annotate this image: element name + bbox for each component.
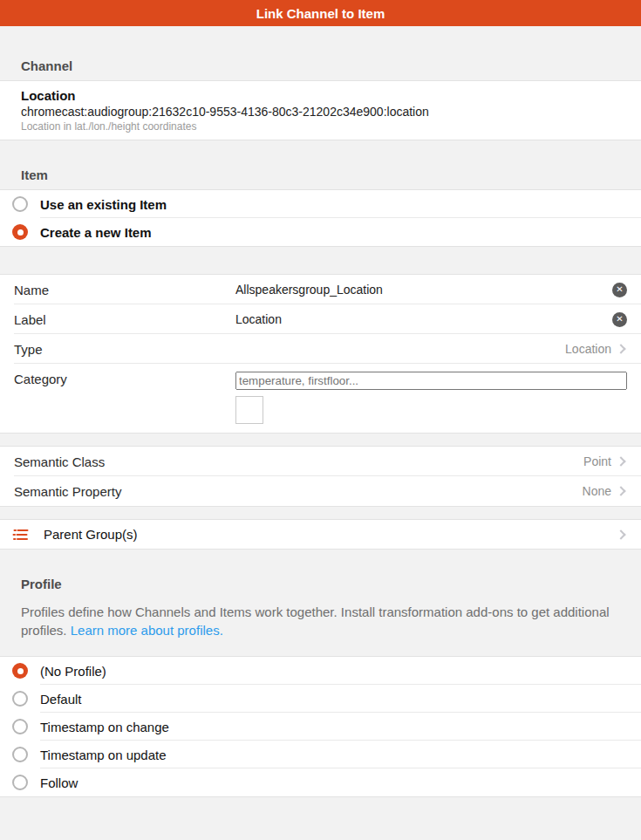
chevron-right-icon	[616, 344, 625, 353]
category-field-row: Category	[0, 364, 641, 433]
radio-option-existing-item[interactable]: Use an existing Item	[0, 190, 641, 218]
channel-description: Location in lat./lon./height coordinates	[21, 120, 620, 133]
semantic-class-row[interactable]: Semantic Class Point	[0, 447, 641, 476]
semantic-class-value: Point	[583, 454, 611, 468]
parent-groups-label: Parent Group(s)	[44, 527, 138, 542]
profile-option-label: Timestamp on change	[40, 720, 169, 734]
radio-option-label: Create a new Item	[40, 225, 152, 240]
chevron-right-icon	[616, 456, 625, 466]
profile-option-label: Timestamp on update	[40, 748, 167, 762]
type-selected-value: Location	[565, 342, 611, 356]
clear-label-icon[interactable]: ✕	[612, 312, 627, 327]
profile-options-card: (No Profile) Default Timestamp on change…	[0, 656, 641, 797]
name-field-label: Name	[14, 283, 235, 297]
channel-uid: chromecast:audiogroup:21632c10-9553-4136…	[21, 104, 620, 120]
channel-name: Location	[21, 87, 620, 104]
profile-section-title: Profile	[21, 577, 620, 591]
profile-option-label: Default	[40, 692, 82, 707]
learn-more-link[interactable]: Learn more about profiles.	[71, 623, 223, 638]
page-title: Link Channel to Item	[256, 6, 385, 21]
semantic-property-row[interactable]: Semantic Property None	[0, 476, 641, 506]
parent-groups-row[interactable]: Parent Group(s)	[0, 520, 641, 549]
semantic-property-value: None	[583, 484, 611, 498]
item-section-title: Item	[21, 167, 620, 182]
profile-option-timestamp-change[interactable]: Timestamp on change	[0, 713, 641, 741]
label-field-row: Label ✕	[0, 304, 641, 334]
label-field-label: Label	[14, 312, 235, 327]
list-icon	[12, 526, 30, 543]
parent-groups-card: Parent Group(s)	[0, 519, 641, 550]
type-field-row[interactable]: Type Location	[0, 334, 641, 364]
item-form-card: Name ✕ Label ✕ Type Location Category	[0, 274, 641, 434]
radio-icon[interactable]	[12, 196, 28, 212]
channel-section-title: Channel	[21, 58, 620, 73]
radio-option-create-item[interactable]: Create a new Item	[0, 218, 641, 246]
radio-icon-checked[interactable]	[12, 224, 28, 240]
channel-card: Location chromecast:audiogroup:21632c10-…	[0, 80, 641, 140]
name-field-row: Name ✕	[0, 275, 641, 304]
radio-icon-checked[interactable]	[12, 663, 28, 679]
type-field-label: Type	[14, 342, 235, 357]
profile-option-timestamp-update[interactable]: Timestamp on update	[0, 741, 641, 768]
radio-icon[interactable]	[12, 747, 28, 762]
profile-option-no-profile[interactable]: (No Profile)	[0, 657, 641, 685]
profile-option-label: (No Profile)	[40, 664, 106, 679]
name-input[interactable]	[235, 283, 603, 297]
label-input[interactable]	[235, 312, 603, 326]
radio-icon[interactable]	[12, 691, 28, 707]
radio-icon[interactable]	[12, 719, 28, 734]
clear-name-icon[interactable]: ✕	[612, 283, 627, 297]
semantic-property-label: Semantic Property	[14, 484, 235, 499]
profile-description: Profiles define how Channels and Items w…	[21, 603, 621, 639]
radio-icon[interactable]	[12, 775, 28, 790]
profile-option-default[interactable]: Default	[0, 685, 641, 713]
category-input[interactable]	[235, 372, 627, 390]
category-field-label: Category	[14, 372, 235, 386]
radio-option-label: Use an existing Item	[40, 197, 167, 212]
navbar: Link Channel to Item	[0, 0, 641, 26]
semantic-class-label: Semantic Class	[14, 454, 235, 469]
profile-option-label: Follow	[40, 775, 78, 790]
item-options-card: Use an existing Item Create a new Item	[0, 189, 641, 247]
category-icon-preview	[235, 396, 263, 424]
chevron-right-icon	[616, 529, 625, 539]
chevron-right-icon	[616, 486, 625, 495]
semantics-card: Semantic Class Point Semantic Property N…	[0, 446, 641, 507]
profile-option-follow[interactable]: Follow	[0, 768, 641, 796]
